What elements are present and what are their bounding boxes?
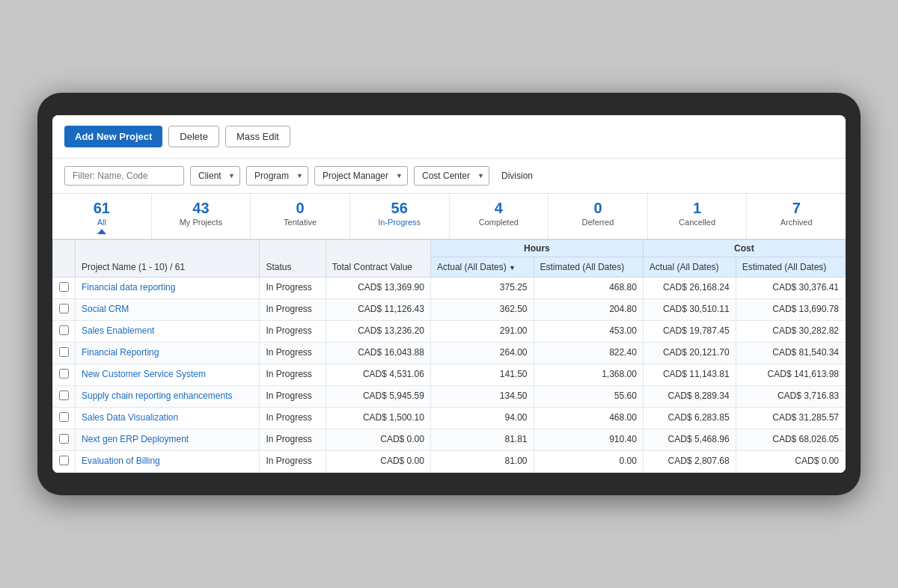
row-checkbox[interactable] — [59, 282, 69, 292]
cost-center-filter[interactable]: Cost Center — [414, 166, 489, 186]
hours-actual-cell: 134.50 — [430, 386, 534, 408]
table-row: Social CRM In Progress CAD$ 11,126.43 36… — [53, 299, 846, 321]
filters-bar: Client Program Project Manager Cost Cent… — [52, 159, 846, 194]
stat-archived[interactable]: 7 Archived — [747, 194, 846, 239]
cost-group-header: Cost — [643, 240, 845, 257]
total-contract-value-cell: CAD$ 0.00 — [326, 451, 430, 473]
delete-button[interactable]: Delete — [168, 126, 219, 147]
row-checkbox-cell[interactable] — [53, 408, 76, 429]
stat-deferred[interactable]: 0 Deferred — [549, 194, 648, 239]
cost-actual-cell: CAD$ 19,787.45 — [643, 321, 736, 343]
cost-actual-header[interactable]: Actual (All Dates) — [643, 257, 736, 278]
total-contract-value-cell: CAD$ 5,945.59 — [326, 386, 430, 408]
row-checkbox[interactable] — [59, 325, 69, 335]
hours-actual-cell: 81.81 — [430, 429, 534, 451]
row-checkbox[interactable] — [59, 391, 69, 400]
cost-estimated-cell: CAD$ 13,690.78 — [736, 299, 845, 321]
select-all-header — [53, 240, 76, 278]
row-checkbox[interactable] — [59, 347, 69, 357]
project-name-header[interactable]: Project Name (1 - 10) / 61 — [76, 240, 260, 278]
stat-cancelled-label: Cancelled — [679, 218, 715, 227]
row-checkbox-cell[interactable] — [53, 386, 76, 408]
cost-estimated-cell: CAD$ 30,282.82 — [736, 321, 845, 343]
row-checkbox-cell[interactable] — [53, 364, 76, 386]
hours-estimated-header[interactable]: Estimated (All Dates) — [534, 257, 643, 278]
project-name-cell[interactable]: Sales Enablement — [76, 321, 260, 343]
stat-completed[interactable]: 4 Completed — [450, 194, 549, 239]
stat-cancelled[interactable]: 1 Cancelled — [648, 194, 748, 239]
hours-actual-cell: 141.50 — [430, 364, 534, 386]
project-name-cell[interactable]: Evaluation of Billing — [76, 451, 260, 473]
project-name-cell[interactable]: Social CRM — [76, 299, 260, 321]
total-contract-value-cell: CAD$ 16,043.88 — [326, 343, 430, 364]
client-filter[interactable]: Client — [190, 166, 240, 186]
status-cell: In Progress — [260, 429, 326, 451]
status-cell: In Progress — [260, 364, 326, 386]
stat-archived-label: Archived — [781, 218, 813, 227]
row-checkbox-cell[interactable] — [53, 451, 76, 473]
stat-tentative-label: Tentative — [284, 218, 317, 227]
project-name-cell[interactable]: New Customer Service System — [76, 364, 260, 386]
row-checkbox[interactable] — [59, 434, 69, 444]
add-new-project-button[interactable]: Add New Project — [64, 126, 162, 147]
stat-completed-label: Completed — [479, 218, 519, 227]
row-checkbox[interactable] — [59, 369, 69, 379]
cost-estimated-cell: CAD$ 31,285.57 — [736, 408, 845, 429]
hours-actual-cell: 291.00 — [430, 321, 534, 343]
table-row: Sales Enablement In Progress CAD$ 13,236… — [53, 321, 846, 343]
mass-edit-button[interactable]: Mass Edit — [225, 126, 290, 147]
row-checkbox-cell[interactable] — [53, 321, 76, 343]
row-checkbox[interactable] — [59, 304, 69, 313]
tablet-frame: Add New Project Delete Mass Edit Client … — [37, 93, 861, 495]
project-manager-filter[interactable]: Project Manager — [314, 166, 408, 186]
cost-actual-cell: CAD$ 6,283.85 — [643, 408, 736, 429]
project-table-container: Project Name (1 - 10) / 61 Status Total … — [52, 239, 846, 473]
project-name-cell[interactable]: Financial Reporting — [76, 343, 260, 364]
row-checkbox-cell[interactable] — [53, 343, 76, 364]
hours-estimated-cell: 822.40 — [534, 343, 643, 364]
hours-actual-cell: 375.25 — [430, 278, 534, 299]
toolbar: Add New Project Delete Mass Edit — [52, 115, 846, 159]
table-row: Financial Reporting In Progress CAD$ 16,… — [53, 343, 846, 364]
cost-actual-cell: CAD$ 26,168.24 — [643, 278, 736, 299]
project-name-cell[interactable]: Next gen ERP Deployment — [76, 429, 260, 451]
hours-estimated-cell: 204.80 — [534, 299, 643, 321]
row-checkbox[interactable] — [59, 412, 69, 422]
cost-actual-cell: CAD$ 30,510.11 — [643, 299, 736, 321]
row-checkbox[interactable] — [59, 456, 69, 465]
stat-cancelled-number: 1 — [651, 200, 744, 217]
row-checkbox-cell[interactable] — [53, 429, 76, 451]
hours-estimated-cell: 0.00 — [534, 451, 643, 473]
cost-estimated-cell: CAD$ 30,376.41 — [736, 278, 845, 299]
stat-all-label: All — [97, 218, 106, 227]
total-contract-value-cell: CAD$ 4,531.06 — [326, 364, 430, 386]
total-contract-value-cell: CAD$ 0.00 — [326, 429, 430, 451]
stat-all-number: 61 — [55, 200, 148, 217]
project-name-cell[interactable]: Sales Data Visualization — [76, 408, 260, 429]
row-checkbox-cell[interactable] — [53, 299, 76, 321]
cost-estimated-cell: CAD$ 3,716.83 — [736, 386, 845, 408]
project-name-cell[interactable]: Supply chain reporting enhancements — [76, 386, 260, 408]
program-filter[interactable]: Program — [246, 166, 308, 186]
hours-actual-cell: 362.50 — [430, 299, 534, 321]
cost-actual-cell: CAD$ 20,121.70 — [643, 343, 736, 364]
total-contract-value-cell: CAD$ 13,369.90 — [326, 278, 430, 299]
hours-estimated-cell: 453.00 — [534, 321, 643, 343]
total-contract-value-header: Total Contract Value — [326, 240, 430, 278]
stat-in-progress[interactable]: 56 In-Progress — [350, 194, 450, 239]
name-code-filter[interactable] — [64, 166, 184, 186]
stat-deferred-number: 0 — [552, 200, 644, 217]
hours-estimated-cell: 910.40 — [534, 429, 643, 451]
stat-my-projects[interactable]: 43 My Projects — [152, 194, 251, 239]
table-row: Sales Data Visualization In Progress CAD… — [53, 408, 846, 429]
table-row: Next gen ERP Deployment In Progress CAD$… — [53, 429, 846, 451]
project-name-cell[interactable]: Financial data reporting — [76, 278, 260, 299]
row-checkbox-cell[interactable] — [53, 278, 76, 299]
hours-actual-header[interactable]: Actual (All Dates) ▼ — [430, 257, 534, 278]
stat-tentative[interactable]: 0 Tentative — [251, 194, 350, 239]
cost-estimated-header[interactable]: Estimated (All Dates) — [736, 257, 845, 278]
stat-my-projects-label: My Projects — [180, 218, 222, 227]
total-contract-value-cell: CAD$ 13,236.20 — [326, 321, 430, 343]
stat-all[interactable]: 61 All — [52, 194, 152, 239]
status-header: Status — [260, 240, 326, 278]
